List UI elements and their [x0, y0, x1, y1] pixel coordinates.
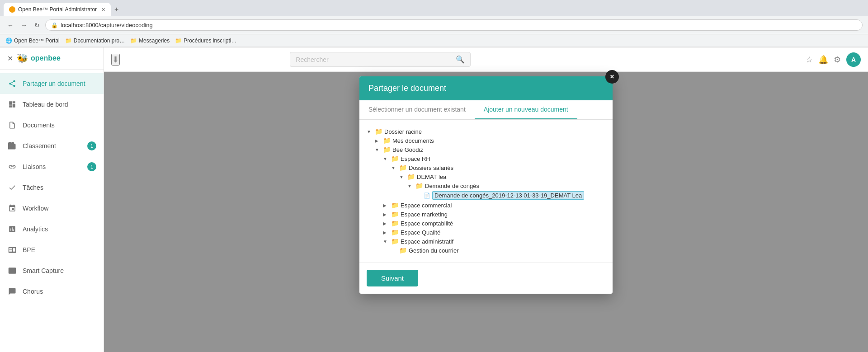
analytics-icon: [7, 224, 17, 234]
tree-node-demande-conges[interactable]: ▼ 📁 Demande de congés: [407, 181, 605, 190]
sidebar-header: ✕ 🐝 openbee: [0, 47, 104, 70]
sidebar-item-analytics[interactable]: Analytics: [0, 219, 104, 239]
tree-label: Dossiers salariés: [409, 164, 453, 171]
search-icon: 🔍: [456, 55, 465, 64]
modal-footer: Suivant: [359, 262, 613, 294]
folder-icon: 📁: [391, 220, 399, 227]
taches-icon: [7, 183, 17, 192]
tree-node-espace-rh[interactable]: ▼ 📁 Espace RH: [383, 154, 605, 163]
workflow-icon: [7, 203, 17, 213]
folder-icon: 📁: [399, 247, 407, 254]
close-sidebar-button[interactable]: ✕: [7, 54, 13, 63]
tree-node-demat-lea[interactable]: ▼ 📁 DEMAT lea: [399, 172, 605, 181]
user-avatar[interactable]: A: [846, 52, 861, 67]
sidebar: ✕ 🐝 openbee Partager un document Tableau…: [0, 47, 104, 352]
sidebar-item-classement[interactable]: Classement 1: [0, 136, 104, 156]
tab-add-new[interactable]: Ajouter un nouveau document: [475, 100, 577, 119]
tab-close-button[interactable]: ✕: [101, 7, 105, 13]
tree-label: Espace marketing: [401, 211, 448, 218]
tree-toggle: ▶: [383, 203, 389, 208]
bookmark-icon: 🌐: [5, 38, 12, 44]
sidebar-item-label: BPE: [23, 246, 35, 253]
main-toolbar: ⬇ Rechercher 🔍 ☆ 🔔 ⚙ A: [104, 47, 868, 72]
folder-icon: 📁: [375, 128, 382, 135]
app-container: ✕ 🐝 openbee Partager un document Tableau…: [0, 47, 868, 352]
bookmarks-bar: 🌐 Open Bee™ Portal 📁 Documentation pro… …: [0, 34, 868, 47]
close-modal-button[interactable]: ×: [605, 70, 619, 84]
sidebar-item-label: Smart Capture: [23, 267, 64, 274]
search-bar[interactable]: Rechercher 🔍: [290, 52, 471, 67]
sidebar-item-label: Tableau de bord: [23, 101, 68, 108]
liaisons-icon: [7, 162, 17, 172]
new-tab-button[interactable]: +: [111, 4, 122, 15]
share-icon: [7, 79, 17, 89]
main-content: ⬇ Rechercher 🔍 ☆ 🔔 ⚙ A × Partager le doc…: [104, 47, 868, 352]
tree-node-espace-comptabilite[interactable]: ▶ 📁 Espace comptabilité: [383, 219, 605, 228]
settings-icon[interactable]: ⚙: [834, 55, 841, 65]
bookmark-openbee[interactable]: 🌐 Open Bee™ Portal: [5, 38, 60, 44]
openbee-logo-text: openbee: [31, 54, 61, 62]
tree-toggle: ▼: [375, 147, 381, 152]
sidebar-item-bpe[interactable]: BPE: [0, 239, 104, 260]
logo-area: 🐝 openbee: [17, 53, 61, 64]
browser-chrome: Open Bee™ Portal Administrator ✕ + ← → ↻…: [0, 0, 868, 47]
sidebar-item-documents[interactable]: Documents: [0, 115, 104, 136]
classement-icon: [7, 141, 17, 151]
folder-icon: 📁: [383, 146, 391, 153]
tree-node-gestion-courrier[interactable]: 📁 Gestion du courrier: [391, 246, 605, 255]
tree-toggle: ▼: [383, 239, 389, 244]
back-button[interactable]: ←: [5, 21, 15, 30]
search-placeholder: Rechercher: [296, 56, 328, 63]
browser-tab[interactable]: Open Bee™ Portal Administrator ✕: [4, 3, 111, 16]
sidebar-item-partager[interactable]: Partager un document: [0, 73, 104, 94]
sidebar-item-liaisons[interactable]: Liaisons 1: [0, 156, 104, 177]
forward-button[interactable]: →: [19, 21, 29, 30]
folder-icon: 📁: [407, 173, 415, 180]
sidebar-item-tableau-de-bord[interactable]: Tableau de bord: [0, 94, 104, 115]
folder-tree: ▼ 📁 Dossier racine ▶ 📁 Mes documents: [367, 127, 605, 255]
tree-toggle: ▼: [391, 165, 397, 170]
folder-icon: 📁: [391, 229, 399, 236]
bell-icon[interactable]: 🔔: [818, 55, 828, 65]
folder-icon: 📁: [391, 211, 399, 218]
chorus-icon: [7, 286, 17, 296]
main-body: × Partager le document Sélectionner un d…: [104, 72, 868, 352]
sidebar-item-taches[interactable]: Tâches: [0, 177, 104, 198]
address-bar[interactable]: 🔒 localhost:8000/capture/videocoding: [45, 19, 863, 31]
tree-label: Espace Qualité: [401, 229, 440, 236]
folder-icon: 📁: [391, 155, 399, 162]
url-text: localhost:8000/capture/videocoding: [61, 22, 153, 28]
bookmark-folder-icon: 📁: [130, 38, 137, 44]
tree-toggle: ▶: [383, 212, 389, 217]
tree-node-bee-goodiz[interactable]: ▼ 📁 Bee Goodiz: [375, 145, 605, 154]
tab-select-existing[interactable]: Sélectionner un document existant: [359, 100, 475, 119]
tree-node-espace-marketing[interactable]: ▶ 📁 Espace marketing: [383, 210, 605, 219]
sidebar-item-label: Liaisons: [23, 163, 46, 170]
tree-node-espace-administratif[interactable]: ▼ 📁 Espace administratif: [383, 237, 605, 246]
tree-node-espace-qualite[interactable]: ▶ 📁 Espace Qualité: [383, 228, 605, 237]
tree-node-espace-commercial[interactable]: ▶ 📁 Espace commercial: [383, 201, 605, 210]
suivant-button[interactable]: Suivant: [367, 270, 418, 286]
modal-tabs: Sélectionner un document existant Ajoute…: [359, 100, 613, 120]
tree-label-selected: Demande de congés_2019-12-13 01-33-19_DE…: [432, 191, 584, 200]
tree-toggle: ▶: [383, 221, 389, 226]
sidebar-nav: Partager un document Tableau de bord Doc…: [0, 70, 104, 352]
bookmark-messageries[interactable]: 📁 Messageries: [130, 38, 170, 44]
reload-button[interactable]: ↻: [33, 21, 42, 30]
tree-node-file-demande[interactable]: 📄 Demande de congés_2019-12-13 01-33-19_…: [415, 190, 605, 201]
tree-node-root[interactable]: ▼ 📁 Dossier racine: [367, 127, 605, 136]
tree-node-mes-documents[interactable]: ▶ 📁 Mes documents: [375, 136, 605, 145]
tree-label: Espace RH: [401, 155, 430, 162]
sidebar-item-smart-capture[interactable]: Smart Capture: [0, 260, 104, 281]
download-button[interactable]: ⬇: [111, 54, 120, 66]
bookmark-documentation[interactable]: 📁 Documentation pro…: [65, 38, 125, 44]
bookmark-folder-icon: 📁: [65, 38, 72, 44]
tree-node-dossiers-salaries[interactable]: ▼ 📁 Dossiers salariés: [391, 163, 605, 172]
tree-toggle: ▶: [375, 138, 381, 143]
sidebar-item-workflow[interactable]: Workflow: [0, 198, 104, 219]
star-icon[interactable]: ☆: [806, 55, 813, 65]
tree-toggle: ▼: [407, 183, 414, 188]
sidebar-item-chorus[interactable]: Chorus: [0, 281, 104, 302]
bookmark-procedures[interactable]: 📁 Procédures inscripti…: [175, 38, 236, 44]
modal-header: Partager le document: [359, 76, 613, 100]
